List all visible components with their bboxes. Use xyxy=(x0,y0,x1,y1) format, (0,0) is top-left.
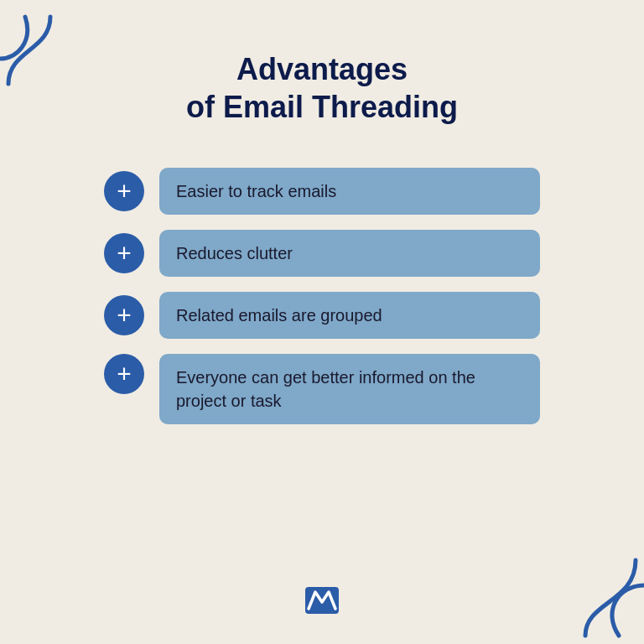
plus-icon-3 xyxy=(104,295,144,335)
advantage-item-4: Everyone can get better informed on the … xyxy=(104,354,540,424)
brand-logo xyxy=(304,585,340,619)
page-container: Advantages of Email Threading Easier to … xyxy=(0,0,644,644)
advantage-text-3: Related emails are grouped xyxy=(159,292,540,339)
advantage-item-1: Easier to track emails xyxy=(104,168,540,215)
plus-icon-4 xyxy=(104,354,144,394)
advantages-list: Easier to track emails Reduces clutter R… xyxy=(104,168,540,424)
advantage-item-3: Related emails are grouped xyxy=(104,292,540,339)
plus-icon-2 xyxy=(104,233,144,273)
plus-icon-1 xyxy=(104,171,144,211)
page-title: Advantages of Email Threading xyxy=(186,50,458,126)
advantage-text-1: Easier to track emails xyxy=(159,168,540,215)
advantage-item-2: Reduces clutter xyxy=(104,230,540,277)
advantage-text-4: Everyone can get better informed on the … xyxy=(159,354,540,424)
deco-bottom-right-icon xyxy=(552,543,644,644)
advantage-text-2: Reduces clutter xyxy=(159,230,540,277)
deco-top-left-icon xyxy=(0,0,75,92)
